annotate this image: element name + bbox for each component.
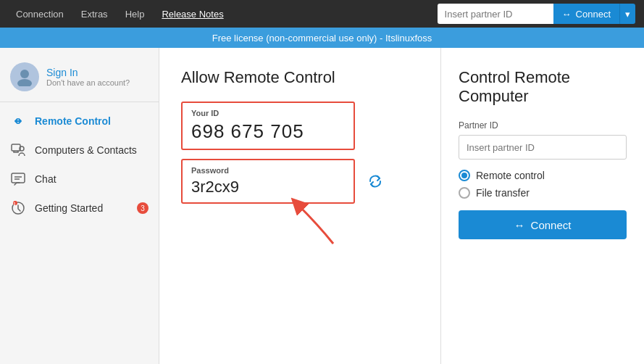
main-area: Sign In Don't have an account? Remote Co…: [0, 48, 644, 364]
svg-point-1: [17, 79, 32, 86]
connect-arrow-icon: ↔: [514, 219, 525, 231]
control-panel: Control Remote Computer Partner ID Remot…: [441, 48, 644, 364]
allow-panel-title: Allow Remote Control: [181, 68, 419, 87]
top-connect-button[interactable]: ↔ Connect: [553, 4, 619, 24]
computers-contacts-icon: [10, 142, 26, 158]
radio-remote-control[interactable]: Remote control: [459, 170, 627, 181]
radio-group: Remote control File transfer: [459, 170, 627, 199]
radio-file-transfer-indicator: [459, 187, 470, 199]
chat-icon: [10, 171, 26, 187]
top-navbar: Connection Extras Help Release Notes ↔ C…: [0, 0, 644, 28]
top-partner-id-input[interactable]: [438, 4, 553, 24]
svg-point-0: [20, 70, 29, 78]
top-connect-arrow-icon: ↔: [562, 9, 572, 20]
avatar: [10, 62, 39, 91]
connect-button[interactable]: ↔ Connect: [459, 210, 627, 239]
your-id-label: Your ID: [191, 109, 345, 117]
sign-in-section: Sign In Don't have an account?: [0, 55, 159, 102]
chevron-down-icon: ▾: [625, 9, 630, 20]
password-value: 3r2cx9: [191, 178, 345, 197]
sidebar-item-getting-started-label: Getting Started: [35, 202, 103, 214]
sign-in-sub-label: Don't have an account?: [46, 78, 130, 87]
top-connect-label: Connect: [576, 9, 611, 20]
sidebar-item-getting-started[interactable]: 3 Getting Started 3: [0, 194, 159, 223]
sign-in-text: Sign In Don't have an account?: [46, 67, 130, 87]
your-id-value: 698 675 705: [191, 120, 345, 143]
sidebar-item-chat-label: Chat: [35, 173, 57, 185]
refresh-password-button[interactable]: [364, 170, 387, 193]
sidebar-item-computers-label: Computers & Contacts: [35, 144, 137, 156]
radio-file-transfer[interactable]: File transfer: [459, 187, 627, 199]
sign-in-link[interactable]: Sign In: [46, 67, 130, 78]
svg-rect-4: [12, 173, 25, 183]
radio-remote-control-indicator: [459, 170, 470, 181]
sidebar-item-chat[interactable]: Chat: [0, 165, 159, 194]
nav-release-notes[interactable]: Release Notes: [154, 6, 230, 22]
top-connect-dropdown[interactable]: ▾: [619, 4, 635, 24]
control-panel-title: Control Remote Computer: [459, 68, 627, 106]
red-arrow-svg: [275, 197, 362, 247]
radio-remote-control-label: Remote control: [476, 170, 545, 181]
license-banner: Free license (non-commercial use only) -…: [0, 28, 644, 48]
your-id-box: Your ID 698 675 705: [181, 102, 355, 150]
sidebar-menu: Remote Control Computers & Contacts: [0, 102, 159, 227]
arrow-annotation: [181, 204, 419, 255]
radio-file-transfer-label: File transfer: [476, 187, 530, 199]
nav-help[interactable]: Help: [118, 6, 152, 22]
getting-started-icon: 3: [10, 200, 26, 216]
connect-label: Connect: [531, 219, 572, 231]
license-text: Free license (non-commercial use only) -…: [212, 33, 432, 44]
content-area: Allow Remote Control Your ID 698 675 705…: [159, 48, 644, 364]
nav-extras[interactable]: Extras: [74, 6, 115, 22]
sidebar-item-computers-contacts[interactable]: Computers & Contacts: [0, 136, 159, 165]
sidebar: Sign In Don't have an account? Remote Co…: [0, 48, 159, 364]
partner-id-input[interactable]: [459, 135, 627, 160]
sidebar-item-remote-control-label: Remote Control: [35, 115, 111, 127]
partner-id-label: Partner ID: [459, 120, 627, 131]
sidebar-item-remote-control[interactable]: Remote Control: [0, 107, 159, 136]
top-partner-id-bar: ↔ Connect ▾: [438, 4, 635, 24]
password-label: Password: [191, 166, 345, 175]
allow-panel: Allow Remote Control Your ID 698 675 705…: [159, 48, 441, 364]
svg-rect-2: [12, 144, 20, 151]
nav-connection[interactable]: Connection: [9, 6, 71, 22]
getting-started-badge: 3: [137, 202, 149, 214]
remote-control-icon: [10, 113, 26, 129]
